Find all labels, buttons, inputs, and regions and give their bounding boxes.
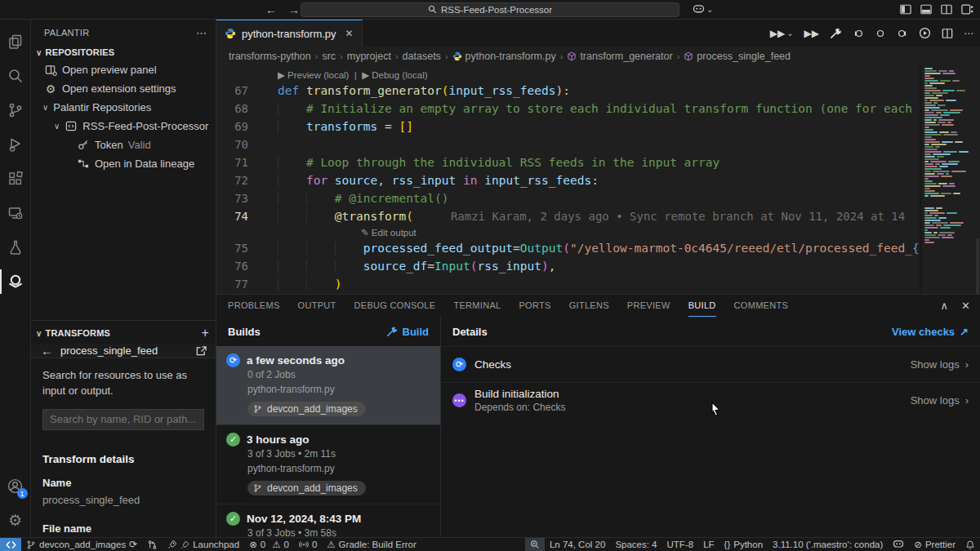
code-line[interactable]: 72 for source, rss_input in input_rss_fe… xyxy=(216,171,920,189)
history-forward-icon[interactable]: → xyxy=(288,3,300,16)
minimap[interactable] xyxy=(920,65,975,294)
panel-tab-comments[interactable]: COMMENTS xyxy=(734,295,789,317)
breadcrumb-item[interactable]: transform_generator xyxy=(567,51,672,62)
search-icon[interactable] xyxy=(0,59,31,93)
code-line[interactable]: 68 # Initialize an empty array to store … xyxy=(216,100,920,118)
problems-status[interactable]: ⊗0 ⚠0 xyxy=(244,538,294,551)
add-transform-icon[interactable]: + xyxy=(201,326,209,340)
git-branch-status[interactable]: devcon_add_images ⟳ xyxy=(21,538,142,551)
toggle-sidebar-icon[interactable] xyxy=(900,4,911,15)
breadcrumb-item[interactable]: datasets xyxy=(403,51,441,62)
explorer-icon[interactable] xyxy=(0,24,31,59)
remote-indicator[interactable] xyxy=(0,538,21,551)
prettier-status[interactable]: ⊘Prettier xyxy=(909,538,960,551)
code-line[interactable]: 77 ) xyxy=(216,275,920,293)
notifications-bell-icon[interactable] xyxy=(960,538,980,551)
build-step-row[interactable]: •••Build initializationDepends on: Check… xyxy=(441,382,980,418)
zoom-indicator[interactable] xyxy=(525,538,545,551)
show-logs-link[interactable]: Show logs› xyxy=(911,358,969,371)
run-circle-icon[interactable] xyxy=(919,27,931,39)
panel-tab-gitlens[interactable]: GITLENS xyxy=(569,295,609,317)
transforms-section-header[interactable]: ∨ TRANSFORMS + xyxy=(31,321,216,344)
panel-tab-debug-console[interactable]: DEBUG CONSOLE xyxy=(354,295,436,317)
remote-explorer-icon[interactable] xyxy=(0,196,31,230)
code-editor[interactable]: ▶ Preview (local) | ▶ Debug (local)67def… xyxy=(216,65,980,294)
eol-selector[interactable]: LF xyxy=(698,538,719,551)
accounts-icon[interactable]: 1 xyxy=(0,469,31,503)
build-list-item[interactable]: ✓Nov 12, 2024, 8:43 PM3 of 3 Jobs • 3m 5… xyxy=(216,504,440,537)
panel-tab-ports[interactable]: PORTS xyxy=(519,295,550,317)
breadcrumb-item[interactable]: process_single_feed xyxy=(684,51,791,62)
git-actions[interactable] xyxy=(142,538,163,551)
split-editor-icon[interactable] xyxy=(942,28,953,39)
build-list-item[interactable]: ⟳a few seconds ago0 of 2 Jobspython-tran… xyxy=(216,346,440,425)
code-line[interactable]: 67def transform_generator(input_rss_feed… xyxy=(216,82,920,100)
breadcrumb-item[interactable]: myproject xyxy=(347,51,391,62)
close-panel-icon[interactable]: ✕ xyxy=(961,300,970,312)
history-back-icon[interactable]: ← xyxy=(265,3,277,16)
launchpad-status[interactable]: Launchpad xyxy=(163,538,244,551)
tree-item-token[interactable]: Token Valid xyxy=(31,136,216,154)
open-in-editor-icon[interactable] xyxy=(195,345,207,357)
panel-tab-build[interactable]: BUILD xyxy=(688,295,716,317)
tab-python-transform[interactable]: python-transform.py ✕ xyxy=(216,20,363,47)
editor-scrollbar[interactable] xyxy=(975,65,980,294)
more-actions-icon[interactable]: ⋯ xyxy=(964,28,973,39)
breadcrumb-item[interactable]: src xyxy=(322,51,336,62)
command-center-search[interactable]: RSS-Feed-Post-Processor xyxy=(301,2,679,17)
indentation[interactable]: Spaces: 4 xyxy=(610,538,662,551)
run-debug-icon[interactable] xyxy=(0,127,31,162)
build-button[interactable]: Build xyxy=(386,326,430,338)
customize-layout-icon[interactable] xyxy=(961,4,973,15)
split-editor-layout-icon[interactable] xyxy=(941,4,952,15)
breadcrumb-item[interactable]: transforms-python xyxy=(229,51,311,62)
palantir-extension-icon[interactable] xyxy=(0,264,31,299)
cursor-position[interactable]: Ln 74, Col 20 xyxy=(545,538,610,551)
source-control-icon[interactable] xyxy=(0,93,31,127)
run-all-dropdown-icon[interactable]: ▶▶⌄ xyxy=(770,28,794,39)
collapse-panel-icon[interactable]: ∧ xyxy=(941,300,949,312)
tree-item-repository[interactable]: ∨ RSS-Feed-Post-Processor xyxy=(31,117,216,136)
code-line[interactable]: 73 # @incremental() xyxy=(216,189,920,207)
code-line[interactable]: 75 processed_feed_output=Output("/yellow… xyxy=(216,239,920,257)
back-arrow-icon[interactable]: ← xyxy=(41,344,53,358)
code-line[interactable]: 76 source_df=Input(rss_input), xyxy=(216,257,920,275)
repositories-section-header[interactable]: ∨ REPOSITORIES xyxy=(31,46,216,60)
copilot-menu[interactable]: ⌄ xyxy=(693,4,713,15)
tree-item-open-preview-panel[interactable]: Open preview panel xyxy=(31,60,216,79)
gradle-status[interactable]: ⚠ Gradle: Build Error xyxy=(322,538,421,551)
ports-status[interactable]: 0 xyxy=(294,538,322,551)
codelens[interactable]: ✎ Edit output xyxy=(216,225,920,239)
code-line[interactable]: 74 @transform(Ramzi Karam, 2 days ago • … xyxy=(216,207,920,225)
breadcrumb-item[interactable]: python-transform.py xyxy=(452,51,556,62)
copilot-status[interactable] xyxy=(888,538,909,551)
python-interpreter[interactable]: 3.11.10 ('.maestro': conda) xyxy=(768,538,888,551)
run-all-icon[interactable]: ▶▶ xyxy=(804,28,819,39)
step-out-icon[interactable] xyxy=(897,28,908,39)
tree-item-open-data-lineage[interactable]: Open in Data lineage xyxy=(31,154,216,173)
testing-icon[interactable] xyxy=(0,230,31,264)
extensions-icon[interactable] xyxy=(0,162,31,196)
language-mode[interactable]: {}Python xyxy=(719,538,768,551)
tree-item-palantir-repositories[interactable]: ∨ Palantir Repositories xyxy=(31,98,216,117)
step-over-icon[interactable] xyxy=(875,28,886,39)
close-tab-icon[interactable]: ✕ xyxy=(345,28,354,39)
code-line[interactable]: 71 # Loop through the individual RSS fee… xyxy=(216,153,920,171)
build-list-item[interactable]: ✓3 hours ago3 of 3 Jobs • 2m 11spython-t… xyxy=(216,425,440,504)
toggle-panel-icon[interactable] xyxy=(920,4,932,15)
build-hammer-icon[interactable] xyxy=(830,27,842,39)
panel-tab-output[interactable]: OUTPUT xyxy=(298,295,336,317)
tree-item-open-extension-settings[interactable]: ⚙ Open extension settings xyxy=(31,79,216,98)
resource-search-input[interactable] xyxy=(42,409,204,430)
codelens[interactable]: ▶ Preview (local) | ▶ Debug (local) xyxy=(216,68,920,82)
build-step-row[interactable]: ⟳ChecksShow logs› xyxy=(441,346,980,382)
code-line[interactable]: 70 xyxy=(216,136,920,153)
code-line[interactable]: 69 transforms = [] xyxy=(216,118,920,136)
encoding[interactable]: UTF-8 xyxy=(662,538,699,551)
panel-tab-preview[interactable]: PREVIEW xyxy=(627,295,670,317)
panel-tab-problems[interactable]: PROBLEMS xyxy=(228,295,280,317)
panel-tab-terminal[interactable]: TERMINAL xyxy=(453,295,501,317)
settings-gear-icon[interactable]: ⚙ xyxy=(0,503,31,537)
view-checks-link[interactable]: View checks ↗ xyxy=(892,326,969,338)
show-logs-link[interactable]: Show logs› xyxy=(911,394,969,407)
